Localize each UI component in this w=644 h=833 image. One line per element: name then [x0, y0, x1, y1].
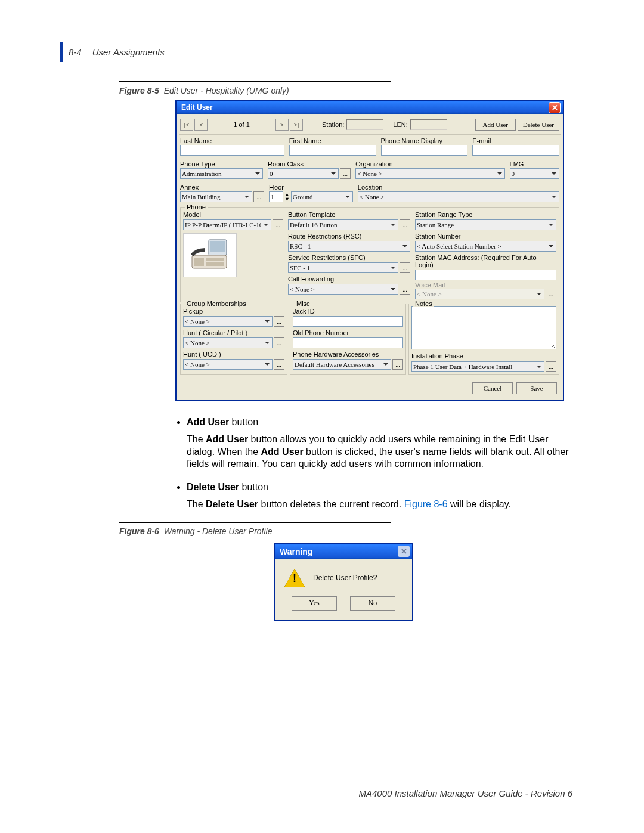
- figure-rule: [119, 81, 391, 82]
- edit-user-dialog: Edit User ✕ |< < 1 of 1 > >| Station: LE…: [176, 100, 564, 401]
- location-select[interactable]: [358, 191, 559, 202]
- old-phone-input[interactable]: [293, 337, 403, 348]
- installation-phase-select[interactable]: [411, 361, 544, 372]
- warning-close-icon[interactable]: ✕: [398, 546, 410, 557]
- lmg-select[interactable]: [510, 168, 559, 179]
- telephone-icon: [188, 237, 231, 273]
- station-mac-label: Station MAC Address: (Required For Auto …: [415, 254, 556, 268]
- warning-yes-button[interactable]: Yes: [292, 596, 337, 611]
- nav-first-button[interactable]: |<: [180, 119, 193, 131]
- accessories-more-button[interactable]: ...: [392, 359, 403, 370]
- station-range-type-select[interactable]: [415, 219, 556, 230]
- hunt-circular-select[interactable]: [183, 337, 273, 348]
- service-restrictions-select[interactable]: [288, 262, 398, 273]
- annex-more-button[interactable]: ...: [253, 191, 264, 202]
- warning-no-button[interactable]: No: [350, 596, 395, 611]
- pickup-more-button[interactable]: ...: [274, 316, 284, 327]
- room-class-select[interactable]: [268, 168, 339, 179]
- figure-8-5-caption: Figure 8-5 Edit User - Hospitality (UMG …: [119, 86, 572, 95]
- warning-dialog: Warning ✕ ! Delete User Profile? Yes No: [274, 543, 413, 621]
- save-button[interactable]: Save: [516, 382, 557, 394]
- hunt-circular-more-button[interactable]: ...: [274, 337, 284, 348]
- hunt-ucd-more-button[interactable]: ...: [274, 359, 284, 370]
- location-label: Location: [358, 184, 559, 191]
- warning-titlebar[interactable]: Warning ✕: [275, 544, 412, 559]
- floor-label: Floor: [269, 184, 353, 191]
- room-class-more-button[interactable]: ...: [340, 168, 351, 179]
- voicemail-more-button: ...: [546, 289, 556, 299]
- call-forwarding-more-button[interactable]: ...: [400, 284, 410, 295]
- add-user-button[interactable]: Add User: [475, 119, 516, 131]
- add-user-heading-suffix: button: [229, 417, 258, 427]
- cancel-button[interactable]: Cancel: [472, 382, 513, 394]
- header-title: User Assignments: [92, 47, 165, 57]
- add-user-p1a: The: [187, 434, 206, 444]
- last-name-label: Last Name: [180, 137, 284, 144]
- header-page-number: 8-4: [69, 47, 82, 57]
- nav-next-button[interactable]: >: [275, 119, 289, 131]
- route-restrictions-label: Route Restrictions (RSC): [288, 233, 410, 240]
- route-restrictions-select[interactable]: [288, 241, 410, 252]
- installation-phase-label: Installation Phase: [411, 352, 556, 360]
- figure-8-6-caption: Figure 8-6 Warning - Delete User Profile: [119, 527, 572, 536]
- last-name-input[interactable]: [180, 145, 284, 156]
- station-range-type-label: Station Range Type: [415, 211, 556, 218]
- figure-8-6-link[interactable]: Figure 8-6: [404, 499, 448, 509]
- header-rule: [60, 42, 63, 62]
- nav-last-button[interactable]: >|: [290, 119, 303, 131]
- hunt-ucd-label: Hunt ( UCD ): [183, 351, 284, 358]
- hunt-circular-label: Hunt ( Circular / Pilot ): [183, 329, 284, 336]
- svg-rect-3: [194, 258, 204, 266]
- phone-fieldset: Phone Model ...: [180, 207, 559, 302]
- del-p1b: button deletes the current record.: [258, 499, 404, 509]
- jack-id-label: Jack ID: [293, 308, 403, 315]
- group-memberships-fieldset: Group Memberships Pickup ... Hunt ( Circ…: [180, 304, 287, 375]
- delete-user-button[interactable]: Delete User: [518, 119, 559, 131]
- service-restrictions-label: Service Restrictions (SFC): [288, 254, 410, 261]
- button-template-label: Button Template: [288, 211, 410, 218]
- hunt-ucd-select[interactable]: [183, 359, 273, 370]
- room-class-label: Room Class: [268, 160, 351, 168]
- add-user-bold-2: Add User: [261, 447, 304, 457]
- phone-name-display-label: Phone Name Display: [381, 137, 468, 144]
- station-mac-input[interactable]: [415, 270, 556, 280]
- figure-8-5-number: Figure 8-5: [119, 86, 159, 95]
- notes-input[interactable]: [411, 306, 556, 349]
- old-phone-label: Old Phone Number: [293, 329, 403, 336]
- button-template-select[interactable]: [288, 219, 398, 230]
- warning-icon: !: [284, 569, 305, 587]
- phone-type-select[interactable]: [180, 168, 263, 179]
- warning-message: Delete User Profile?: [313, 574, 377, 582]
- floor-name-select[interactable]: [291, 191, 353, 202]
- voicemail-select: [415, 289, 544, 299]
- button-template-more-button[interactable]: ...: [400, 219, 410, 230]
- model-select[interactable]: [183, 219, 271, 230]
- accessories-select[interactable]: [293, 359, 391, 370]
- jack-id-input[interactable]: [293, 316, 403, 327]
- del-p1a: The: [187, 499, 206, 509]
- installation-phase-more-button[interactable]: ...: [546, 361, 556, 372]
- floor-spinner[interactable]: [269, 191, 283, 202]
- station-number-select[interactable]: [415, 241, 556, 252]
- add-user-bold-1: Add User: [206, 434, 248, 444]
- pickup-select[interactable]: [183, 316, 273, 327]
- first-name-input[interactable]: [289, 145, 376, 156]
- call-forwarding-select[interactable]: [288, 284, 398, 295]
- service-restrictions-more-button[interactable]: ...: [400, 262, 410, 273]
- annex-select[interactable]: [180, 191, 252, 202]
- figure-8-5-text: Edit User - Hospitality (UMG only): [164, 86, 289, 95]
- edit-user-body: |< < 1 of 1 > >| Station: LEN: Add User …: [177, 114, 563, 400]
- model-more-button[interactable]: ...: [273, 219, 283, 230]
- delete-user-bold: Delete User: [206, 499, 258, 509]
- phone-name-display-input[interactable]: [381, 145, 468, 156]
- email-input[interactable]: [472, 145, 559, 156]
- group-memberships-legend: Group Memberships: [185, 300, 248, 307]
- phone-type-label: Phone Type: [180, 160, 263, 168]
- edit-user-titlebar[interactable]: Edit User ✕: [177, 101, 563, 114]
- first-name-label: First Name: [289, 137, 376, 144]
- del-p1c: will be display.: [448, 499, 511, 509]
- svg-rect-4: [206, 258, 224, 261]
- organization-select[interactable]: [355, 168, 504, 179]
- nav-prev-button[interactable]: <: [194, 119, 208, 131]
- close-icon[interactable]: ✕: [549, 102, 561, 113]
